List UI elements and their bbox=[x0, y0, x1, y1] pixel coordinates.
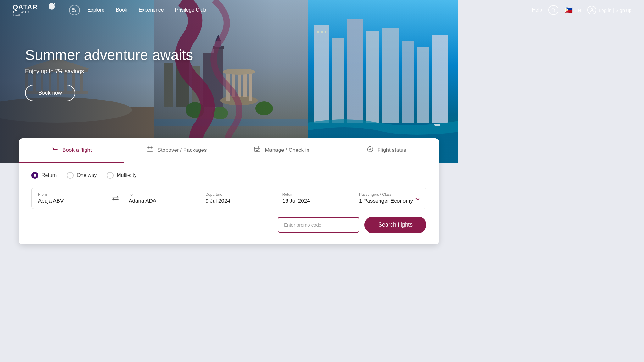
svg-rect-45 bbox=[366, 31, 379, 138]
departure-value: 9 Jul 2024 bbox=[205, 198, 269, 204]
book-flight-icon bbox=[51, 146, 58, 154]
svg-point-19 bbox=[0, 97, 132, 123]
radio-return-circle bbox=[31, 172, 38, 179]
svg-rect-36 bbox=[230, 97, 248, 102]
tab-manage-checkin[interactable]: Manage / Check in bbox=[229, 138, 334, 163]
svg-rect-26 bbox=[213, 46, 224, 49]
svg-rect-24 bbox=[203, 53, 214, 107]
tab-manage-checkin-label: Manage / Check in bbox=[265, 147, 309, 153]
return-label: Return bbox=[282, 192, 346, 197]
svg-rect-52 bbox=[325, 31, 326, 33]
svg-text:القطرية: القطرية bbox=[13, 14, 20, 16]
svg-rect-58 bbox=[147, 148, 153, 151]
svg-rect-47 bbox=[402, 41, 414, 138]
svg-rect-46 bbox=[382, 28, 399, 138]
return-value: 16 Jul 2024 bbox=[282, 198, 346, 204]
radio-multicity-circle bbox=[107, 172, 114, 179]
svg-marker-28 bbox=[215, 35, 221, 41]
svg-rect-31 bbox=[232, 71, 235, 101]
svg-rect-48 bbox=[417, 47, 429, 138]
svg-rect-32 bbox=[238, 70, 241, 101]
nav-explore[interactable]: Explore bbox=[87, 7, 104, 13]
radio-return-label: Return bbox=[42, 173, 57, 178]
widget-tabs: Book a flight Stopover / Packages bbox=[19, 138, 439, 163]
passengers-value: 1 Passenger Economy bbox=[359, 198, 413, 204]
passengers-content: Passengers / Class 1 Passenger Economy bbox=[359, 192, 413, 204]
passengers-label: Passengers / Class bbox=[359, 192, 413, 197]
bottom-row: Search flights bbox=[31, 217, 426, 233]
tab-flight-status[interactable]: Flight status bbox=[334, 138, 439, 163]
tab-book-flight[interactable]: Book a flight bbox=[19, 138, 124, 163]
radio-oneway-circle bbox=[67, 172, 74, 179]
hero-content: Summer adventure awaits Enjoy up to 7% s… bbox=[25, 47, 193, 101]
radio-oneway-label: One way bbox=[77, 173, 97, 178]
tab-stopover[interactable]: Stopover / Packages bbox=[124, 138, 229, 163]
svg-rect-34 bbox=[249, 72, 252, 101]
from-label: From bbox=[38, 192, 102, 197]
svg-rect-33 bbox=[243, 71, 247, 101]
svg-rect-30 bbox=[226, 72, 230, 101]
booking-widget: Book a flight Stopover / Packages bbox=[19, 138, 439, 244]
svg-point-38 bbox=[186, 102, 204, 118]
nav-experience[interactable]: Experience bbox=[139, 7, 164, 13]
svg-rect-27 bbox=[215, 41, 221, 47]
svg-rect-25 bbox=[214, 47, 223, 107]
primary-navigation: Explore Book Experience Privilege Club bbox=[87, 7, 458, 13]
brand-logo[interactable]: QATAR AIRWAYS القطرية bbox=[13, 3, 57, 18]
svg-point-39 bbox=[212, 107, 228, 119]
from-value: Abuja ABV bbox=[38, 198, 102, 204]
qatar-airways-logo: QATAR AIRWAYS القطرية bbox=[13, 3, 57, 18]
svg-point-35 bbox=[223, 69, 255, 75]
radio-oneway[interactable]: One way bbox=[67, 172, 97, 179]
svg-rect-43 bbox=[332, 38, 344, 138]
stopover-icon bbox=[146, 146, 154, 154]
radio-multicity-label: Multi-city bbox=[117, 173, 136, 178]
departure-field[interactable]: Departure 9 Jul 2024 bbox=[199, 188, 276, 209]
passengers-chevron-icon bbox=[415, 195, 420, 202]
trip-type-group: Return One way Multi-city bbox=[31, 172, 426, 179]
radio-multicity[interactable]: Multi-city bbox=[107, 172, 136, 179]
flight-status-icon bbox=[367, 146, 374, 154]
search-fields-row: From Abuja ABV To Adana ADA Departure 9 … bbox=[31, 188, 426, 209]
to-label: To bbox=[129, 192, 192, 197]
nav-privilege-club[interactable]: Privilege Club bbox=[175, 7, 206, 13]
nav-book[interactable]: Book bbox=[116, 7, 127, 13]
svg-rect-37 bbox=[154, 119, 311, 126]
svg-rect-50 bbox=[317, 31, 319, 33]
svg-rect-42 bbox=[314, 25, 329, 138]
swap-button[interactable] bbox=[108, 188, 122, 209]
passengers-field[interactable]: Passengers / Class 1 Passenger Economy bbox=[353, 188, 426, 209]
hero-title: Summer adventure awaits bbox=[25, 47, 193, 63]
manage-icon bbox=[253, 146, 261, 154]
return-field[interactable]: Return 16 Jul 2024 bbox=[276, 188, 353, 209]
to-field[interactable]: To Adana ADA bbox=[122, 188, 199, 209]
tab-stopover-label: Stopover / Packages bbox=[158, 147, 207, 153]
oneworld-badge: oneworld bbox=[69, 5, 80, 15]
tab-flight-status-label: Flight status bbox=[377, 147, 406, 153]
svg-rect-51 bbox=[321, 31, 323, 33]
to-value: Adana ADA bbox=[129, 198, 192, 204]
navbar: QATAR AIRWAYS القطرية oneworld Explore B… bbox=[0, 0, 458, 20]
svg-point-29 bbox=[220, 96, 258, 105]
hero-subtitle: Enjoy up to 7% savings bbox=[25, 68, 193, 75]
search-flights-button[interactable]: Search flights bbox=[364, 217, 426, 233]
radio-return[interactable]: Return bbox=[31, 172, 57, 179]
widget-body: Return One way Multi-city From Abuja ABV bbox=[19, 163, 439, 244]
svg-text:QATAR: QATAR bbox=[13, 3, 38, 11]
svg-point-40 bbox=[255, 101, 273, 115]
promo-code-input[interactable] bbox=[278, 217, 359, 233]
book-now-button[interactable]: Book now bbox=[25, 85, 75, 101]
svg-line-68 bbox=[370, 148, 371, 149]
svg-text:AIRWAYS: AIRWAYS bbox=[13, 10, 33, 14]
svg-rect-44 bbox=[347, 19, 363, 138]
svg-rect-49 bbox=[432, 35, 448, 138]
tab-book-flight-label: Book a flight bbox=[62, 147, 92, 153]
from-field[interactable]: From Abuja ABV bbox=[32, 188, 108, 209]
departure-label: Departure bbox=[205, 192, 269, 197]
